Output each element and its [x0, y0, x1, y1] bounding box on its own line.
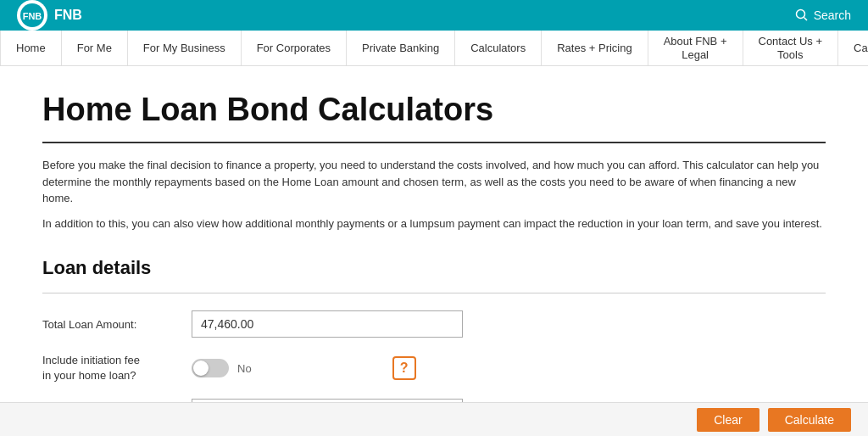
- description-2: In addition to this, you can also view h…: [42, 215, 826, 232]
- initiation-fee-label: Include initiation feein your home loan?: [42, 353, 178, 383]
- toggle-thumb: [193, 361, 209, 376]
- toggle-no-text: No: [237, 362, 252, 375]
- toggle-area: No: [192, 359, 252, 377]
- nav-private-banking[interactable]: Private Banking: [347, 31, 455, 65]
- nav-for-my-business[interactable]: For My Business: [128, 31, 242, 65]
- nav-rates-pricing[interactable]: Rates + Pricing: [542, 31, 648, 65]
- main-content: Home Loan Bond Calculators Before you ma…: [0, 66, 868, 436]
- calculate-button[interactable]: Calculate: [768, 408, 851, 432]
- nav-bar: Home For Me For My Business For Corporat…: [0, 31, 868, 66]
- search-area[interactable]: Search: [795, 8, 851, 22]
- logo-circle: FNB: [17, 0, 47, 31]
- title-divider: [42, 142, 826, 143]
- total-loan-label: Total Loan Amount:: [42, 318, 178, 331]
- nav-careers[interactable]: Careers at FNB: [838, 31, 868, 65]
- logo-area[interactable]: FNB FNB: [17, 0, 82, 31]
- initiation-fee-row: Include initiation feein your home loan?…: [42, 353, 826, 383]
- nav-contact-us[interactable]: Contact Us +Tools: [743, 31, 839, 65]
- page-title: Home Loan Bond Calculators: [42, 92, 826, 128]
- clear-button[interactable]: Clear: [697, 408, 759, 432]
- nav-calculators[interactable]: Calculators: [455, 31, 542, 65]
- svg-line-3: [804, 18, 807, 21]
- description-1: Before you make the final decision to fi…: [42, 157, 826, 207]
- total-loan-input[interactable]: [192, 310, 463, 338]
- search-label: Search: [814, 8, 851, 22]
- loan-details-title: Loan details: [42, 257, 826, 279]
- brand-name: FNB: [54, 8, 82, 23]
- nav-about-fnb[interactable]: About FNB +Legal: [648, 31, 743, 65]
- svg-text:FNB: FNB: [23, 11, 42, 21]
- search-icon: [795, 8, 809, 22]
- bottom-bar: Clear Calculate: [0, 402, 868, 436]
- toggle-switch[interactable]: [192, 359, 229, 377]
- total-loan-row: Total Loan Amount:: [42, 310, 826, 338]
- nav-for-me[interactable]: For Me: [62, 31, 128, 65]
- top-bar: FNB FNB Search: [0, 0, 868, 31]
- nav-home[interactable]: Home: [0, 31, 62, 65]
- svg-point-2: [796, 10, 804, 19]
- loan-details-divider: [42, 293, 826, 293]
- help-button[interactable]: ?: [392, 356, 416, 380]
- nav-for-corporates[interactable]: For Corporates: [242, 31, 347, 65]
